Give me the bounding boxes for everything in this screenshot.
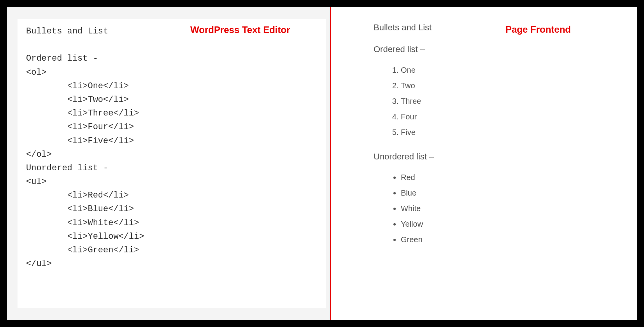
frontend-ordered-list: OneTwoThreeFourFive <box>374 62 606 140</box>
list-item: White <box>401 201 606 216</box>
frontend-panel: Page Frontend Bullets and List Ordered l… <box>331 7 637 320</box>
list-item: One <box>401 62 606 78</box>
list-item: Blue <box>401 185 606 201</box>
list-item: Two <box>401 78 606 93</box>
frontend-title: Bullets and List <box>374 23 606 33</box>
editor-code[interactable]: Bullets and List Ordered list - <ol> <li… <box>19 19 318 271</box>
editor-panel: WordPress Text Editor Bullets and List O… <box>7 7 330 320</box>
list-item: Four <box>401 109 606 124</box>
frontend-ordered-heading: Ordered list – <box>374 44 606 54</box>
frontend-unordered-heading: Unordered list – <box>374 152 606 162</box>
frontend-unordered-list: RedBlueWhiteYellowGreen <box>374 170 606 247</box>
list-item: Five <box>401 124 606 140</box>
list-item: Red <box>401 170 606 185</box>
frontend-label: Page Frontend <box>505 24 571 35</box>
list-item: Green <box>401 232 606 247</box>
list-item: Yellow <box>401 216 606 232</box>
editor-label: WordPress Text Editor <box>190 24 290 35</box>
list-item: Three <box>401 93 606 109</box>
